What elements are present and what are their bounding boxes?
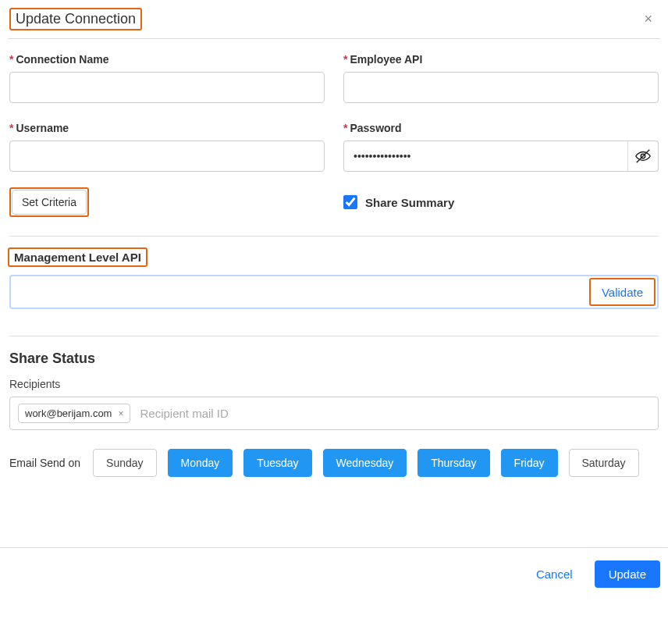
username-input[interactable] xyxy=(9,141,325,172)
update-button[interactable]: Update xyxy=(595,560,660,588)
day-thursday[interactable]: Thursday xyxy=(418,449,489,477)
share-status-heading: Share Status xyxy=(9,350,659,367)
recipients-label: Recipients xyxy=(9,378,659,390)
recipient-mail-input[interactable] xyxy=(140,407,650,420)
update-connection-modal: Update Connection × *Connection Name *Em… xyxy=(0,0,668,477)
day-friday[interactable]: Friday xyxy=(501,449,558,477)
modal-title: Update Connection xyxy=(16,11,136,27)
recipient-tag-text: work@berijam.com xyxy=(25,407,112,419)
share-summary-row: Share Summary xyxy=(343,195,659,209)
management-level-api-title: Management Level API xyxy=(8,247,147,267)
email-send-on-label: Email Send on xyxy=(9,457,80,469)
email-days-row: Email Send on Sunday Monday Tuesday Wedn… xyxy=(9,449,659,477)
set-criteria-highlight: Set Criteria xyxy=(9,187,89,217)
remove-recipient-icon[interactable]: × xyxy=(118,408,123,419)
form-grid: *Connection Name *Employee API *Username… xyxy=(8,39,660,172)
cancel-button[interactable]: Cancel xyxy=(528,561,581,587)
modal-footer: Cancel Update xyxy=(0,547,668,600)
modal-header: Update Connection × xyxy=(8,0,660,39)
eye-slash-icon xyxy=(634,148,652,165)
field-username: *Username xyxy=(9,122,325,172)
username-label: *Username xyxy=(9,122,325,134)
validate-button[interactable]: Validate xyxy=(591,286,654,299)
share-summary-label: Share Summary xyxy=(365,196,454,209)
field-password: *Password xyxy=(343,122,659,172)
connection-name-label: *Connection Name xyxy=(9,53,325,66)
password-input[interactable] xyxy=(343,141,627,172)
share-summary-checkbox[interactable] xyxy=(343,195,357,209)
modal-title-highlight: Update Connection xyxy=(9,8,142,30)
set-criteria-button[interactable]: Set Criteria xyxy=(12,190,87,215)
day-tuesday[interactable]: Tuesday xyxy=(243,449,311,477)
validate-highlight: Validate xyxy=(589,278,656,306)
day-monday[interactable]: Monday xyxy=(168,449,233,477)
recipient-tag: work@berijam.com × xyxy=(18,404,130,423)
connection-name-input[interactable] xyxy=(9,72,325,103)
divider-2 xyxy=(9,336,659,336)
field-employee-api: *Employee API xyxy=(343,53,659,103)
toggle-password-visibility-icon[interactable] xyxy=(627,141,659,172)
password-label: *Password xyxy=(343,122,659,134)
field-connection-name: *Connection Name xyxy=(9,53,325,103)
criteria-share-row: Set Criteria Share Summary xyxy=(8,172,660,217)
recipients-input-container[interactable]: work@berijam.com × xyxy=(9,397,659,430)
employee-api-label: *Employee API xyxy=(343,53,659,66)
close-icon[interactable]: × xyxy=(638,8,659,30)
management-api-row: Validate xyxy=(9,275,659,309)
employee-api-input[interactable] xyxy=(343,72,659,103)
day-saturday[interactable]: Saturday xyxy=(569,449,639,477)
management-api-input[interactable] xyxy=(12,278,589,306)
day-wednesday[interactable]: Wednesday xyxy=(323,449,407,477)
day-sunday[interactable]: Sunday xyxy=(93,449,156,477)
